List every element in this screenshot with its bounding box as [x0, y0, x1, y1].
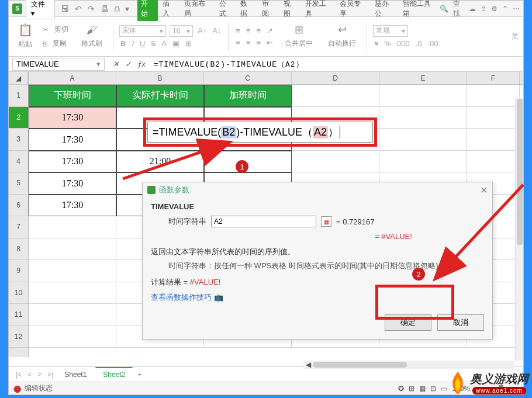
add-sheet-button[interactable]: + — [134, 369, 145, 380]
dec-inc-icon[interactable]: .0 — [414, 39, 423, 49]
cell[interactable]: 加班时间 — [204, 85, 292, 107]
cell[interactable]: 17:30 — [29, 195, 116, 217]
merge-button[interactable]: 合并居中 — [282, 37, 315, 50]
cell[interactable] — [292, 85, 379, 107]
tab-review[interactable]: 审阅 — [258, 0, 279, 21]
view-break-icon[interactable]: ⊡ — [430, 385, 436, 393]
increase-font-icon[interactable]: A↑ — [196, 26, 208, 36]
cell[interactable]: 17:30 — [29, 129, 116, 151]
tab-member[interactable]: 会员专享 — [336, 0, 370, 21]
tab-nav-next[interactable]: > — [35, 369, 44, 380]
cell[interactable]: 下班时间 — [29, 85, 116, 107]
help-link[interactable]: 查看函数操作技巧 — [151, 293, 212, 302]
cell[interactable] — [292, 151, 379, 173]
view-page-icon[interactable]: ▦ — [419, 385, 426, 393]
copy-button[interactable]: 复制 — [50, 37, 69, 50]
decrease-font-icon[interactable]: A↓ — [211, 26, 222, 36]
border-icon[interactable]: ⊞ — [184, 39, 193, 49]
sheet-tab-1[interactable]: Sheet1 — [57, 368, 94, 382]
format-painter-button[interactable]: 格式刷 — [79, 37, 105, 50]
view-read-icon[interactable]: ▭ — [441, 385, 447, 393]
param-input[interactable] — [211, 216, 316, 227]
row-header[interactable]: 6 — [9, 195, 28, 217]
tab-hui[interactable]: 慧办公 — [371, 0, 398, 21]
collapse-icon[interactable]: ⌃ — [502, 5, 508, 13]
wrap-button[interactable]: 自动换行 — [326, 37, 358, 50]
range-picker-icon[interactable]: ▦ — [321, 216, 331, 227]
tab-nav-prev[interactable]: < — [25, 369, 34, 380]
col-header[interactable]: D — [292, 72, 379, 84]
align-top-icon[interactable]: ≡ — [234, 26, 241, 36]
tab-view[interactable]: 视图 — [280, 0, 300, 21]
row-header[interactable]: 9 — [9, 260, 28, 282]
tab-nav-last[interactable]: >| — [45, 369, 56, 380]
formula-input[interactable]: =TIMEVALUE(B2)-TIMEVALUE（A2） — [150, 59, 523, 70]
print-icon[interactable]: 🖶 — [101, 4, 109, 13]
percent-icon[interactable]: % — [383, 39, 392, 49]
italic-icon[interactable]: I — [130, 39, 135, 49]
currency-icon[interactable]: ¥ — [373, 39, 379, 49]
more-icon[interactable]: ▾ — [125, 4, 129, 13]
col-header[interactable]: E — [379, 72, 467, 84]
underline-icon[interactable]: U — [139, 39, 146, 49]
row-header[interactable]: 7 — [9, 216, 28, 238]
tab-ai[interactable]: 智能工具箱 — [399, 0, 440, 21]
tab-insert[interactable]: 插入 — [159, 0, 179, 21]
row-header[interactable]: 12 — [9, 326, 28, 348]
row-header[interactable]: 1 — [9, 85, 28, 107]
cell[interactable] — [467, 85, 520, 107]
tab-layout[interactable]: 页面布局 — [181, 0, 215, 21]
cell-edit-overlay[interactable]: =TIMEVALUE(B2)-TIMEVALUE（A2） — [147, 122, 373, 143]
ribbon-overflow[interactable]: 类 — [512, 32, 519, 41]
col-header[interactable]: C — [204, 72, 292, 84]
font-color-icon[interactable]: A — [160, 39, 168, 49]
settings-icon[interactable]: ⚙ — [491, 5, 498, 13]
tab-formula[interactable]: 公式 — [216, 0, 236, 21]
paste-button[interactable]: 粘贴 — [16, 38, 34, 50]
font-size-select[interactable]: 16▾ — [170, 25, 193, 37]
fill-color-icon[interactable]: ▣ — [171, 39, 181, 49]
cell[interactable]: 17:30 — [29, 151, 116, 173]
select-all-corner[interactable]: ◢ — [9, 72, 28, 85]
cell[interactable]: 21:00 — [116, 151, 204, 173]
vertical-scrollbar[interactable] — [515, 98, 523, 361]
save-icon[interactable]: 🖫 — [61, 4, 69, 13]
file-menu[interactable]: 文件 ▾ — [26, 0, 55, 19]
tab-nav-first[interactable]: |< — [13, 369, 24, 380]
accept-formula-icon[interactable]: ✓ — [125, 60, 132, 68]
align-left-icon[interactable]: ≡ — [234, 37, 241, 47]
cell[interactable] — [379, 107, 467, 129]
row-header[interactable]: 5 — [9, 172, 28, 195]
row-header[interactable]: 3 — [9, 129, 28, 151]
comma-icon[interactable]: 000 — [396, 39, 411, 49]
preview-icon[interactable]: ⎙ — [115, 4, 119, 13]
fx-icon[interactable]: ƒx — [137, 60, 146, 68]
tab-dev[interactable]: 开发工具 — [302, 0, 336, 21]
cloud-icon[interactable]: ☁ — [469, 5, 476, 13]
align-right-icon[interactable]: ≡ — [255, 37, 262, 47]
cell[interactable]: 17:30 — [29, 172, 116, 195]
cell[interactable]: 17:30 — [29, 107, 116, 129]
search-label[interactable]: 查找 — [453, 0, 464, 19]
indent-icon[interactable]: ⇤ — [265, 37, 274, 47]
undo-icon[interactable]: ↶ — [75, 4, 82, 13]
strike-icon[interactable]: S̶ — [150, 39, 157, 49]
col-header[interactable]: A — [29, 72, 116, 84]
row-header[interactable]: 4 — [9, 151, 28, 173]
bold-icon[interactable]: B — [119, 39, 127, 49]
name-box[interactable]: TIMEVALUE▾ — [12, 58, 105, 71]
cell[interactable]: 实际打卡时间 — [116, 85, 204, 107]
search-icon[interactable]: 🔍 — [440, 5, 448, 13]
tab-data[interactable]: 数据 — [237, 0, 257, 21]
cell[interactable] — [379, 85, 467, 107]
cell[interactable] — [467, 107, 520, 129]
cancel-formula-icon[interactable]: ✕ — [113, 60, 119, 68]
number-format-select[interactable]: 常规▾ — [373, 25, 408, 37]
cell[interactable] — [379, 129, 467, 151]
help-icon[interactable]: 📺 — [214, 293, 223, 302]
sheet-tab-2[interactable]: Sheet2 — [95, 367, 133, 382]
align-center-icon[interactable]: ≡ — [245, 37, 252, 47]
orient-icon[interactable]: ↗ — [265, 26, 274, 36]
align-bot-icon[interactable]: ≡ — [255, 26, 262, 36]
assist-icon[interactable]: ✪ — [398, 385, 404, 393]
